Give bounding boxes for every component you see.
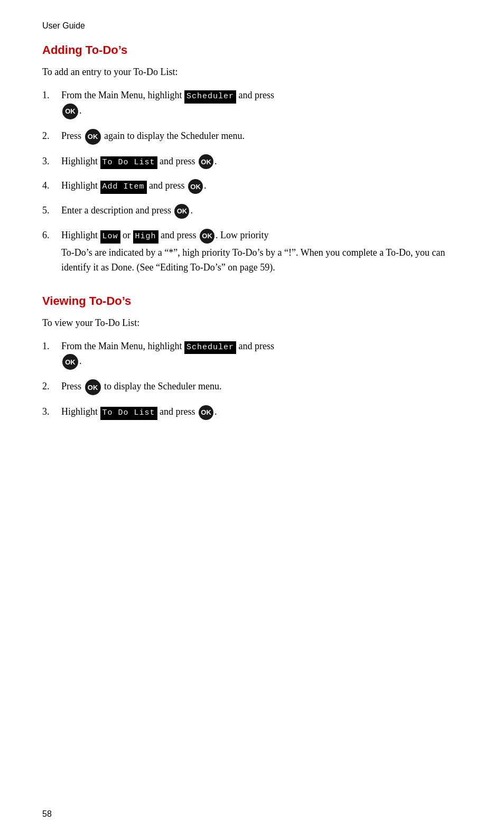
scheduler-kbd-2: Scheduler [184, 341, 236, 354]
view-step-num-1: 1. [42, 339, 61, 353]
adding-title: Adding To-Do’s [42, 43, 462, 57]
viewing-step-1: 1. From the Main Menu, highlight Schedul… [42, 339, 462, 370]
adding-intro: To add an entry to your To-Do List: [42, 67, 462, 78]
ok-button-5: OK [174, 204, 189, 219]
ok-button-2: OK [85, 129, 101, 145]
ok-button-4: OK [188, 179, 203, 194]
ok-button-v2: OK [85, 379, 101, 395]
step-num-2: 2. [42, 129, 61, 143]
low-kbd: Low [100, 230, 120, 244]
todolist-kbd-2: To Do List [100, 407, 157, 420]
scheduler-kbd-1: Scheduler [184, 90, 236, 104]
ok-button-v3: OK [199, 405, 213, 420]
todolist-kbd-1: To Do List [100, 156, 157, 170]
user-guide-label: User Guide [42, 21, 462, 31]
viewing-step-3: 3. Highlight To Do List and press OK. [42, 405, 462, 420]
step-num-4: 4. [42, 179, 61, 193]
step-6-extra-text: To-Do’s are indicated by a “*”, high pri… [61, 246, 462, 275]
viewing-steps-list: 1. From the Main Menu, highlight Schedul… [42, 339, 462, 420]
ok-button-1: OK [62, 104, 78, 119]
viewing-step-2: 2. Press OK to display the Scheduler men… [42, 379, 462, 395]
adding-section: Adding To-Do’s To add an entry to your T… [42, 43, 462, 275]
step-num-3: 3. [42, 154, 61, 169]
viewing-title: Viewing To-Do’s [42, 294, 462, 308]
page-number: 58 [42, 809, 52, 819]
ok-button-6: OK [200, 229, 214, 244]
view-step-content-1: From the Main Menu, highlight Scheduler … [61, 339, 462, 370]
adding-step-4: 4. Highlight Add Item and press OK. [42, 179, 462, 194]
view-step-content-2: Press OK to display the Scheduler menu. [61, 379, 462, 395]
adding-step-2: 2. Press OK again to display the Schedul… [42, 129, 462, 145]
step-content-1: From the Main Menu, highlight Scheduler … [61, 88, 462, 119]
view-step-num-3: 3. [42, 405, 61, 419]
adding-steps-list: 1. From the Main Menu, highlight Schedul… [42, 88, 462, 275]
viewing-intro: To view your To-Do List: [42, 318, 462, 329]
step-num-6: 6. [42, 228, 61, 242]
ok-button-v1: OK [62, 354, 78, 370]
adding-step-6: 6. Highlight Low or High and press OK. L… [42, 228, 462, 275]
additem-kbd: Add Item [100, 181, 147, 194]
high-kbd: High [133, 230, 158, 244]
view-step-num-2: 2. [42, 379, 61, 394]
step-num-5: 5. [42, 203, 61, 218]
step-content-3: Highlight To Do List and press OK. [61, 154, 462, 170]
step-content-4: Highlight Add Item and press OK. [61, 179, 462, 194]
step-content-5: Enter a description and press OK. [61, 203, 462, 219]
adding-step-3: 3. Highlight To Do List and press OK. [42, 154, 462, 170]
viewing-section: Viewing To-Do’s To view your To-Do List:… [42, 294, 462, 420]
adding-step-5: 5. Enter a description and press OK. [42, 203, 462, 219]
ok-button-3: OK [199, 154, 213, 169]
step-num-1: 1. [42, 88, 61, 102]
view-step-content-3: Highlight To Do List and press OK. [61, 405, 462, 420]
step-content-6: Highlight Low or High and press OK. Low … [61, 228, 462, 275]
step-content-2: Press OK again to display the Scheduler … [61, 129, 462, 145]
adding-step-1: 1. From the Main Menu, highlight Schedul… [42, 88, 462, 119]
